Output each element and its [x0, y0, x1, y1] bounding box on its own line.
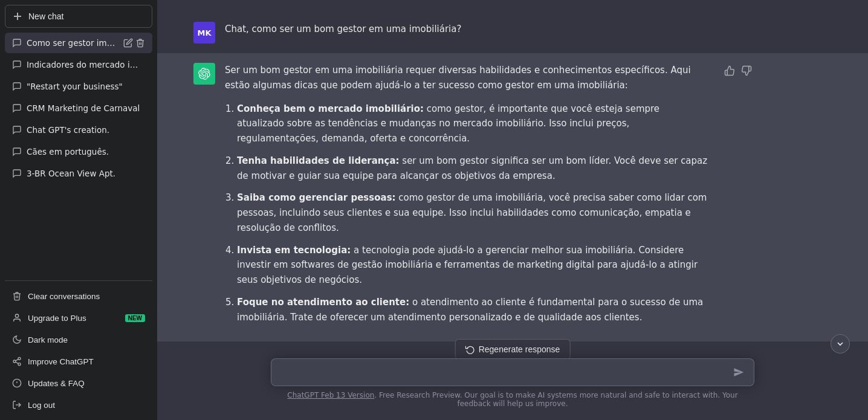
sidebar-item-conv-3[interactable]: "Restart your business"	[5, 76, 152, 97]
message-actions	[723, 63, 753, 77]
chat-icon	[12, 82, 22, 91]
sidebar-btn-improve-chatgpt[interactable]: Improve ChatGPT	[5, 351, 152, 372]
share-icon	[12, 357, 22, 366]
user-avatar: MK	[193, 22, 215, 44]
gpt-icon	[198, 68, 210, 80]
list-item-1: Conheça bem o mercado imobiliário: como …	[237, 102, 708, 146]
new-chat-label: New chat	[28, 11, 63, 21]
conv-label: Indicadores do mercado imob	[27, 60, 145, 69]
thumbs-up-icon	[724, 65, 735, 76]
chevron-down-icon	[835, 339, 845, 349]
conv-label: "Restart your business"	[27, 82, 145, 91]
footer-text: ChatGPT Feb 13 Version. Free Research Pr…	[271, 386, 754, 408]
user-message-text: Chat, como ser um bom gestor em uma imob…	[225, 24, 461, 34]
input-wrapper	[271, 358, 754, 386]
sidebar-btn-log-out[interactable]: Log out	[5, 395, 152, 415]
sidebar-btn-label: Upgrade to Plus	[28, 314, 86, 323]
send-button[interactable]	[732, 366, 745, 379]
assistant-list: Conheça bem o mercado imobiliário: como …	[225, 102, 708, 325]
logout-icon	[12, 400, 22, 410]
sidebar-item-conv-4[interactable]: CRM Marketing de Carnaval	[5, 98, 152, 118]
sidebar-btn-label: Dark mode	[28, 335, 68, 344]
list-item-5: Foque no atendimento ao cliente: o atend…	[237, 295, 708, 325]
svg-line-7	[16, 359, 19, 361]
edit-icon[interactable]	[123, 38, 133, 48]
sidebar-btn-dark-mode[interactable]: Dark mode	[5, 329, 152, 350]
user-initials: MK	[197, 28, 211, 37]
sidebar-item-conv-5[interactable]: Chat GPT's creation.	[5, 120, 152, 140]
svg-point-4	[13, 360, 16, 363]
chat-input-area: ChatGPT Feb 13 Version. Free Research Pr…	[157, 351, 868, 420]
sidebar-item-conv-6[interactable]: Cães em português.	[5, 141, 152, 162]
sidebar-btn-label: Log out	[28, 401, 55, 410]
send-icon	[733, 367, 744, 378]
conversation-list: Como ser gestor imobi Indicadores do mer…	[5, 33, 152, 280]
conv-label: Como ser gestor imobi	[27, 38, 118, 48]
main-panel: MK Chat, como ser um bom gestor em uma i…	[157, 0, 868, 420]
message-row-assistant: Ser um bom gestor em uma imobiliária req…	[157, 53, 868, 341]
footer-link[interactable]: ChatGPT Feb 13 Version	[287, 391, 374, 399]
sidebar-item-conv-2[interactable]: Indicadores do mercado imob	[5, 54, 152, 75]
moon-icon	[12, 335, 22, 344]
sidebar-bottom: Clear conversations Upgrade to Plus NEW …	[5, 280, 152, 415]
list-item-2: Tenha habilidades de liderança: ser um b…	[237, 153, 708, 184]
gpt-avatar	[193, 63, 215, 85]
new-badge: NEW	[125, 314, 145, 322]
thumbs-up-button[interactable]	[723, 64, 736, 77]
trash-icon	[12, 291, 22, 301]
svg-line-6	[16, 362, 19, 364]
chat-icon	[12, 38, 22, 48]
chat-icon	[12, 125, 22, 135]
assistant-intro: Ser um bom gestor em uma imobiliária req…	[225, 63, 708, 93]
sidebar-btn-upgrade-to-plus[interactable]: Upgrade to Plus NEW	[5, 308, 152, 328]
chat-icon	[12, 147, 22, 157]
conv-label: Chat GPT's creation.	[27, 125, 145, 135]
new-chat-button[interactable]: New chat	[5, 5, 152, 28]
assistant-message-content: Ser um bom gestor em uma imobiliária req…	[225, 63, 708, 332]
sidebar: New chat Como ser gestor imobi	[0, 0, 157, 420]
svg-point-2	[15, 314, 18, 317]
plus-icon	[13, 11, 22, 21]
sidebar-item-conv-1[interactable]: Como ser gestor imobi	[5, 33, 152, 53]
sidebar-item-conv-7[interactable]: 3-BR Ocean View Apt.	[5, 163, 152, 184]
sidebar-btn-label: Improve ChatGPT	[28, 357, 94, 366]
chat-icon	[12, 169, 22, 178]
conv-label: 3-BR Ocean View Apt.	[27, 169, 145, 178]
sidebar-btn-clear-conversations[interactable]: Clear conversations	[5, 286, 152, 306]
footer-description: . Free Research Preview. Our goal is to …	[374, 391, 737, 408]
thumbs-down-icon	[741, 65, 752, 76]
conv-label: CRM Marketing de Carnaval	[27, 103, 145, 113]
user-message-content: Chat, como ser um bom gestor em uma imob…	[225, 22, 708, 37]
sidebar-btn-updates-faq[interactable]: Updates & FAQ	[5, 373, 152, 393]
external-icon	[12, 378, 22, 388]
sidebar-btn-label: Clear conversations	[28, 292, 100, 301]
delete-icon[interactable]	[135, 38, 145, 48]
thumbs-down-button[interactable]	[740, 64, 753, 77]
sidebar-btn-label: Updates & FAQ	[28, 379, 85, 388]
chat-icon	[12, 60, 22, 69]
list-item-3: Saiba como gerenciar pessoas: como gesto…	[237, 190, 708, 235]
svg-point-5	[18, 363, 21, 366]
chat-input[interactable]	[280, 365, 727, 380]
conv-label: Cães em português.	[27, 147, 145, 157]
svg-point-3	[18, 357, 21, 360]
list-item-4: Invista em tecnologia: a tecnologia pode…	[237, 243, 708, 288]
chat-icon	[12, 103, 22, 113]
message-row-user: MK Chat, como ser um bom gestor em uma i…	[157, 12, 868, 53]
user-icon	[12, 313, 22, 323]
conv-actions	[123, 38, 145, 48]
